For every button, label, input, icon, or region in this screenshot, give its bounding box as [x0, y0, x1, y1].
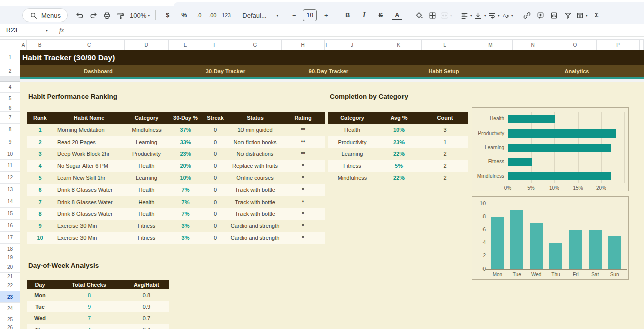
column-header-E[interactable]: E — [169, 40, 202, 50]
row-header-1[interactable]: 1 — [0, 50, 20, 65]
cell[interactable]: ** — [282, 124, 325, 136]
cell[interactable]: 0 — [202, 136, 228, 148]
cell[interactable]: 0 — [202, 184, 228, 196]
text-wrap-button[interactable]: ▾ — [487, 9, 500, 22]
cell[interactable]: 6 — [27, 184, 53, 196]
cell[interactable]: * — [282, 196, 325, 208]
row-header-2[interactable]: 2 — [0, 65, 20, 77]
row-header-23[interactable]: 23 — [0, 291, 20, 303]
cell[interactable]: 8 — [53, 289, 125, 301]
italic-button[interactable]: I — [356, 9, 372, 22]
functions-button[interactable]: Σ — [589, 9, 604, 22]
cell[interactable]: * — [282, 220, 325, 232]
cell[interactable]: 22% — [376, 172, 422, 184]
text-rotation-button[interactable]: A▾ — [501, 9, 513, 22]
sheet-title-banner[interactable]: Habit Tracker (30/90 Day) — [20, 50, 644, 65]
insert-comment-button[interactable] — [534, 9, 547, 22]
hidden-row-3-band[interactable] — [0, 77, 20, 82]
cell[interactable]: Drink 8 Glasses Water — [53, 208, 125, 220]
cell[interactable]: 7% — [169, 208, 202, 220]
cell[interactable]: Mindfulness — [328, 172, 376, 184]
cell[interactable]: 5 — [27, 172, 53, 184]
cell[interactable]: Morning Meditation — [53, 124, 125, 136]
cell[interactable]: Online courses — [228, 172, 282, 184]
cell[interactable]: Health — [328, 124, 376, 136]
row-header-8[interactable]: 8 — [0, 124, 20, 136]
cell[interactable]: Learning — [125, 172, 169, 184]
currency-format-button[interactable]: $ — [159, 9, 175, 22]
row-header-11[interactable]: 11 — [0, 160, 20, 172]
cell[interactable]: 0 — [202, 124, 228, 136]
cell[interactable]: * — [282, 208, 325, 220]
font-size-input[interactable]: 10 — [303, 9, 317, 21]
row-header-26[interactable]: 26 — [0, 325, 20, 329]
row-header-6[interactable]: 6 — [0, 104, 20, 112]
cell[interactable]: 0 — [202, 148, 228, 160]
cell[interactable]: No distractions — [228, 148, 282, 160]
cell[interactable]: 23% — [376, 136, 422, 148]
cell[interactable]: Replace with fruits — [228, 160, 282, 172]
cell[interactable]: 0 — [202, 208, 228, 220]
cell[interactable]: 3 — [27, 148, 53, 160]
column-header-L[interactable]: L — [422, 40, 468, 50]
row-header-22[interactable]: 22 — [0, 280, 20, 291]
column-header-H[interactable]: H — [282, 40, 325, 50]
cell[interactable]: Track with bottle — [228, 184, 282, 196]
undo-button[interactable] — [73, 9, 86, 22]
column-header-N[interactable]: N — [513, 40, 553, 50]
cell[interactable]: Health — [125, 184, 169, 196]
row-header-24[interactable]: 24 — [0, 303, 20, 314]
menus-button[interactable]: Menus — [22, 8, 68, 22]
cell[interactable]: Wed — [27, 312, 53, 324]
increase-decimals-button[interactable]: .00 — [206, 9, 219, 22]
row-header-16[interactable]: 16 — [0, 220, 20, 232]
row-header-17[interactable]: 17 — [0, 232, 20, 244]
row-header-4[interactable]: 4 — [0, 82, 20, 93]
table-views-button[interactable]: ▾ — [575, 9, 588, 22]
cell[interactable]: 10 min guided — [228, 124, 282, 136]
cell[interactable]: 1 — [27, 124, 53, 136]
merge-cells-button[interactable]: ▾ — [440, 9, 452, 22]
cell[interactable]: 3% — [169, 232, 202, 244]
column-header-G[interactable]: G — [228, 40, 282, 50]
column-header-J[interactable]: J — [328, 40, 376, 50]
cell[interactable]: Exercise 30 Min — [53, 220, 125, 232]
row-header-18[interactable]: 18 — [0, 244, 20, 254]
column-header-partial[interactable] — [640, 40, 644, 50]
cell[interactable]: Learn New Skill 1hr — [53, 172, 125, 184]
bold-button[interactable]: B — [340, 9, 355, 22]
column-header-I[interactable]: I — [325, 40, 328, 50]
cell[interactable]: Drink 8 Glasses Water — [53, 196, 125, 208]
cell[interactable]: 2 — [422, 148, 468, 160]
cell[interactable]: 2 — [422, 160, 468, 172]
cell[interactable]: 37% — [169, 124, 202, 136]
insert-chart-button[interactable] — [548, 9, 560, 22]
cell[interactable]: Productivity — [125, 148, 169, 160]
cell[interactable]: 7 — [53, 312, 125, 324]
column-header-F[interactable]: F — [202, 40, 228, 50]
cell[interactable]: 4 — [53, 324, 125, 329]
cell[interactable]: 0 — [202, 232, 228, 244]
cell[interactable]: Mindfulness — [125, 124, 169, 136]
column-header-P[interactable]: P — [597, 40, 640, 50]
nav-link-dashboard[interactable]: Dashboard — [84, 65, 112, 77]
nav-link-90-day-tracker[interactable]: 90-Day Tracker — [309, 65, 348, 77]
cell[interactable]: 8 — [27, 208, 53, 220]
paint-format-button[interactable] — [114, 9, 127, 22]
nav-link-analytics[interactable]: Analytics — [565, 65, 589, 77]
cell[interactable]: Thu — [27, 324, 53, 329]
cell-name-box[interactable]: R23 — [0, 27, 44, 34]
cell[interactable]: * — [282, 172, 325, 184]
cell[interactable]: 23% — [169, 148, 202, 160]
cell[interactable]: * — [282, 184, 325, 196]
borders-button[interactable] — [426, 9, 439, 22]
row-header-21[interactable]: 21 — [0, 273, 20, 280]
column-header-C[interactable]: C — [53, 40, 125, 50]
column-header-M[interactable]: M — [468, 40, 513, 50]
cell[interactable]: Track with bottle — [228, 196, 282, 208]
text-color-button[interactable]: A — [389, 9, 405, 22]
cell[interactable]: 2 — [422, 172, 468, 184]
increase-font-size-button[interactable]: + — [319, 9, 332, 22]
cell[interactable]: 10% — [376, 124, 422, 136]
horizontal-align-button[interactable]: ▾ — [460, 9, 472, 22]
